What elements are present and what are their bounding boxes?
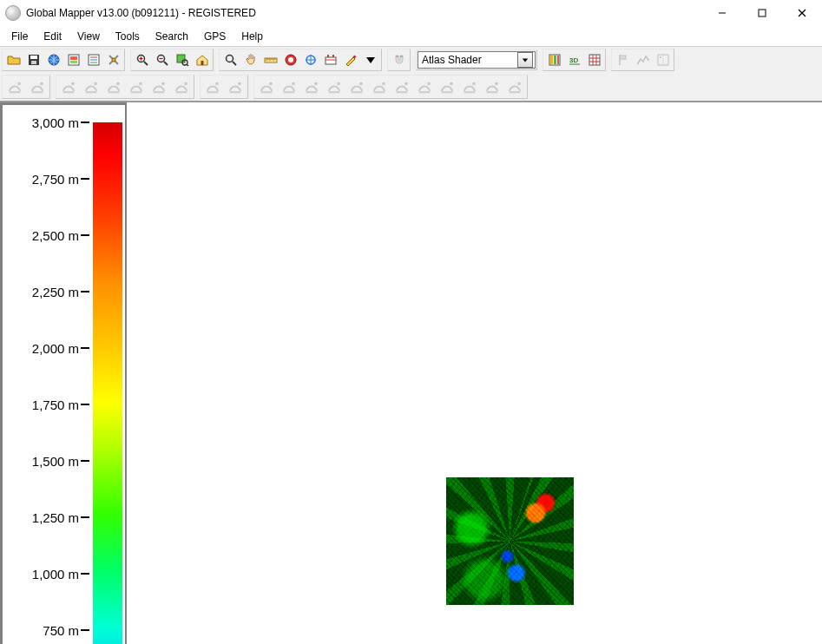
svg-point-64 <box>648 59 649 61</box>
svg-point-76 <box>215 82 219 85</box>
minimize-button[interactable] <box>702 0 742 26</box>
shape-d10 <box>458 76 481 97</box>
feature-info-icon[interactable] <box>280 50 300 69</box>
maximize-button[interactable] <box>742 0 782 26</box>
measure-icon[interactable] <box>260 50 280 69</box>
toolbar-group-nav <box>611 49 674 71</box>
svg-point-89 <box>517 82 521 85</box>
svg-marker-48 <box>366 57 375 63</box>
menu-search[interactable]: Search <box>148 29 196 44</box>
svg-point-87 <box>472 82 476 85</box>
home-view-icon[interactable] <box>192 50 212 69</box>
toolbar-group-magnet <box>387 49 411 71</box>
legend-tick-mark <box>81 178 89 180</box>
toolbar-group-tools <box>219 49 382 71</box>
svg-point-75 <box>184 82 187 85</box>
shader-selected-label: Atlas Shader <box>422 54 517 66</box>
menu-bar: File Edit View Tools Search GPS Help <box>0 27 822 47</box>
legend-tick-mark <box>81 404 89 405</box>
draw-icon[interactable] <box>300 50 320 69</box>
legend-tick-mark <box>81 234 89 236</box>
menu-edit[interactable]: Edit <box>36 29 69 44</box>
legend-toggle-icon[interactable] <box>544 50 564 69</box>
svg-rect-1 <box>759 10 766 16</box>
svg-point-83 <box>382 82 385 85</box>
svg-marker-51 <box>523 58 528 62</box>
svg-rect-50 <box>400 56 403 57</box>
toolbar2-group-d <box>253 75 528 99</box>
zoom-in-icon[interactable] <box>132 50 152 69</box>
flag-icon <box>613 50 633 69</box>
shape-a1 <box>3 76 26 97</box>
globe-icon[interactable] <box>43 50 63 69</box>
menu-tools[interactable]: Tools <box>108 29 148 44</box>
3d-view-icon[interactable]: 3D <box>564 50 584 69</box>
svg-point-79 <box>292 82 295 85</box>
svg-line-23 <box>164 62 168 65</box>
shape-d7 <box>391 76 413 97</box>
svg-point-85 <box>427 82 431 85</box>
shape-d11 <box>481 76 503 97</box>
svg-point-63 <box>637 62 639 64</box>
down-triangle-icon[interactable] <box>360 50 380 69</box>
save-icon[interactable] <box>23 50 43 69</box>
svg-rect-9 <box>70 56 77 60</box>
menu-help[interactable]: Help <box>233 29 271 44</box>
shape-d3 <box>300 76 323 97</box>
legend-tick-label: 2,000 m <box>8 341 79 356</box>
svg-point-73 <box>139 82 142 85</box>
open-icon[interactable] <box>3 50 23 69</box>
pan-icon[interactable] <box>240 50 260 69</box>
svg-point-81 <box>337 82 340 85</box>
coordinate-icon[interactable] <box>320 50 340 69</box>
toolbar-group-shader: Atlas Shader <box>416 49 537 70</box>
svg-point-84 <box>404 82 408 85</box>
svg-point-77 <box>238 82 241 85</box>
zoom-out-icon[interactable] <box>152 50 172 69</box>
svg-line-27 <box>187 64 188 66</box>
legend-tick-label: 3,000 m <box>8 115 79 130</box>
grid-icon[interactable] <box>584 50 604 69</box>
svg-rect-43 <box>326 57 336 64</box>
shape-c2 <box>224 76 247 97</box>
svg-rect-25 <box>177 55 185 62</box>
zoom-selection-icon[interactable] <box>172 50 192 69</box>
magnet-icon <box>389 50 409 69</box>
menu-file[interactable]: File <box>3 29 36 44</box>
window-title: Global Mapper v13.00 (b091211) - REGISTE… <box>26 7 256 19</box>
menu-view[interactable]: View <box>69 29 108 44</box>
svg-point-68 <box>17 82 21 85</box>
print-layout-icon[interactable] <box>63 50 83 69</box>
svg-rect-49 <box>396 56 398 57</box>
legend-tick-label: 2,250 m <box>8 285 79 299</box>
svg-rect-45 <box>332 55 334 57</box>
digitizer-icon[interactable] <box>340 50 360 69</box>
shape-d9 <box>436 76 458 97</box>
chevron-down-icon[interactable] <box>517 52 533 68</box>
select-icon[interactable] <box>220 50 240 69</box>
shader-select[interactable]: Atlas Shader <box>418 51 536 69</box>
shape-d2 <box>278 76 300 97</box>
toolbar2-group-a <box>2 75 50 99</box>
toolbar-group-file <box>2 49 125 71</box>
layer-options-icon[interactable] <box>83 50 103 69</box>
shape-d6 <box>368 76 391 97</box>
elevation-legend-panel: 3,000 m2,750 m2,500 m2,250 m2,000 m1,750… <box>0 102 127 644</box>
close-button[interactable] <box>782 0 822 26</box>
terrain-preview <box>446 477 574 605</box>
image-swipe-icon <box>653 50 673 69</box>
shape-d12 <box>503 76 526 97</box>
configure-icon[interactable] <box>103 50 123 69</box>
shape-d4 <box>323 76 345 97</box>
legend-tick-mark <box>81 122 89 123</box>
legend-tick-label: 1,500 m <box>8 454 79 469</box>
svg-point-74 <box>161 82 165 85</box>
svg-point-78 <box>269 82 273 85</box>
menu-gps[interactable]: GPS <box>196 29 233 44</box>
shape-b2 <box>80 76 102 97</box>
toolbar-area: Atlas Shader 3D <box>0 47 822 102</box>
svg-point-70 <box>71 82 75 85</box>
legend-tick-mark <box>81 573 89 575</box>
map-workspace[interactable]: 3,000 m2,750 m2,500 m2,250 m2,000 m1,750… <box>0 102 822 644</box>
shape-b4 <box>125 76 148 97</box>
